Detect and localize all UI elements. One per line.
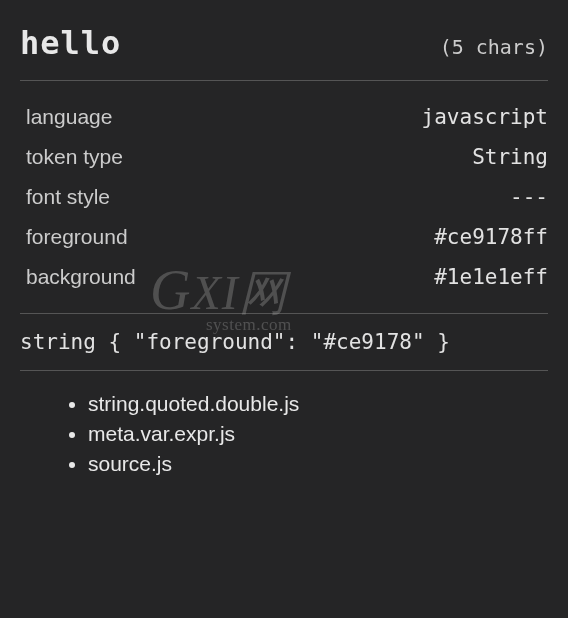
header: hello (5 chars) <box>20 24 548 80</box>
char-count: (5 chars) <box>440 35 548 59</box>
prop-row-foreground: foreground #ce9178ff <box>26 217 548 257</box>
token-text: hello <box>20 24 121 62</box>
prop-value: String <box>472 145 548 169</box>
scope-list: string.quoted.double.js meta.var.expr.js… <box>20 371 548 479</box>
scope-item: string.quoted.double.js <box>88 389 548 419</box>
properties-table: language javascript token type String fo… <box>20 81 548 313</box>
prop-label: background <box>26 265 136 289</box>
prop-value: --- <box>510 185 548 209</box>
prop-value: javascript <box>422 105 548 129</box>
prop-label: font style <box>26 185 110 209</box>
prop-label: token type <box>26 145 123 169</box>
prop-row-background: background #1e1e1eff <box>26 257 548 297</box>
prop-row-language: language javascript <box>26 97 548 137</box>
prop-label: language <box>26 105 112 129</box>
scope-item: source.js <box>88 449 548 479</box>
prop-row-token-type: token type String <box>26 137 548 177</box>
prop-value: #ce9178ff <box>434 225 548 249</box>
prop-row-font-style: font style --- <box>26 177 548 217</box>
prop-value: #1e1e1eff <box>434 265 548 289</box>
theme-rule: string { "foreground": "#ce9178" } <box>20 314 548 370</box>
prop-label: foreground <box>26 225 128 249</box>
scope-item: meta.var.expr.js <box>88 419 548 449</box>
